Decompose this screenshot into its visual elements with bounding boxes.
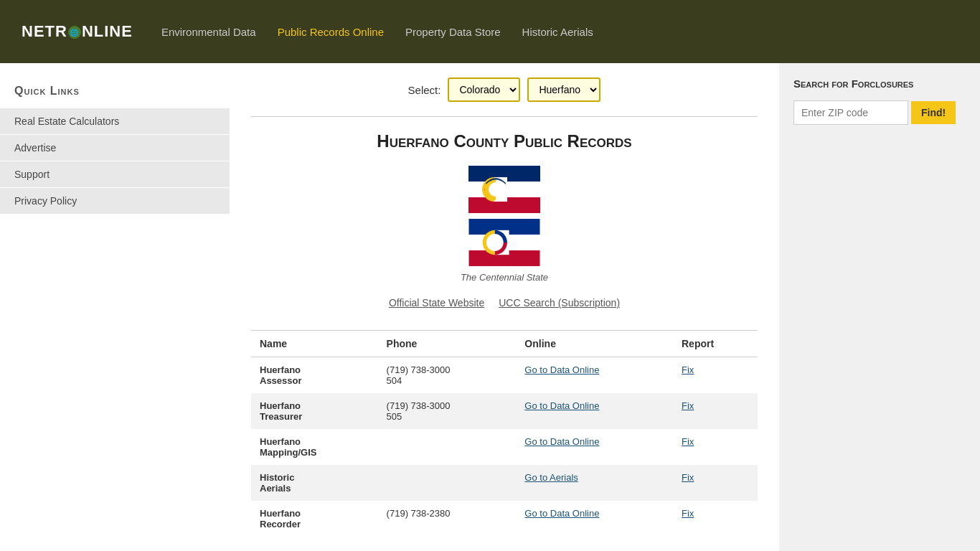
cell-phone: (719) 738-2380 — [378, 501, 517, 537]
col-report: Report — [673, 331, 758, 357]
cell-online[interactable]: Go to Aerials — [516, 465, 673, 501]
cell-phone — [378, 429, 517, 465]
cell-name: HuerfanoTreasurer — [251, 393, 378, 429]
sidebar-item-support[interactable]: Support — [0, 161, 230, 188]
nav-public-records[interactable]: Public Records Online — [278, 26, 384, 38]
sidebar-item-real-estate[interactable]: Real Estate Calculators — [0, 108, 230, 135]
logo[interactable]: NETR 🌐 NLINE — [22, 22, 133, 41]
zip-input[interactable] — [793, 100, 908, 125]
find-button[interactable]: Find! — [911, 101, 956, 124]
cell-report[interactable]: Fix — [673, 429, 758, 465]
cell-online[interactable]: Go to Data Online — [516, 393, 673, 429]
col-online: Online — [516, 331, 673, 357]
foreclosure-title: Search for Forclosures — [793, 77, 966, 90]
online-link[interactable]: Go to Data Online — [524, 436, 599, 447]
state-select[interactable]: Colorado — [448, 77, 520, 102]
cell-phone: (719) 738-3000504 — [378, 357, 517, 394]
table-row: HuerfanoAssessor (719) 738-3000504 Go to… — [251, 357, 758, 394]
cell-name: HuerfanoRecorder — [251, 501, 378, 537]
table-header-row: Name Phone Online Report — [251, 331, 758, 357]
state-links: Official State Website UCC Search (Subsc… — [251, 297, 758, 309]
online-link[interactable]: Go to Aerials — [524, 472, 578, 483]
header: NETR 🌐 NLINE Environmental Data Public R… — [0, 0, 980, 63]
select-bar: Select: Colorado Huerfano — [251, 77, 758, 102]
nav-historic-aerials[interactable]: Historic Aerials — [522, 26, 593, 38]
main-wrapper: Quick Links Real Estate Calculators Adve… — [0, 63, 980, 551]
report-link[interactable]: Fix — [682, 364, 694, 375]
report-link[interactable]: Fix — [682, 472, 694, 483]
cell-report[interactable]: Fix — [673, 501, 758, 537]
county-title: Huerfano County Public Records — [251, 131, 758, 151]
globe-icon: 🌐 — [68, 26, 81, 39]
cell-report[interactable]: Fix — [673, 393, 758, 429]
cell-report[interactable]: Fix — [673, 465, 758, 501]
cell-phone: (719) 738-3000505 — [378, 393, 517, 429]
nav-property-data[interactable]: Property Data Store — [405, 26, 501, 38]
select-label: Select: — [408, 84, 441, 96]
county-section: Huerfano County Public Records — [251, 116, 758, 537]
cell-name: HistoricAerials — [251, 465, 378, 501]
main-nav: Environmental Data Public Records Online… — [161, 26, 593, 38]
svg-rect-16 — [496, 179, 507, 200]
cell-name: HuerfanoAssessor — [251, 357, 378, 394]
sidebar-title: Quick Links — [0, 77, 230, 108]
state-caption: The Centennial State — [251, 272, 758, 283]
ucc-search-link[interactable]: UCC Search (Subscription) — [499, 297, 620, 309]
cell-online[interactable]: Go to Data Online — [516, 429, 673, 465]
online-link[interactable]: Go to Data Online — [524, 508, 599, 519]
table-row: HuerfanoTreasurer (719) 738-3000505 Go t… — [251, 393, 758, 429]
records-table: Name Phone Online Report HuerfanoAssesso… — [251, 330, 758, 537]
table-row: HuerfanoMapping/GIS Go to Data Online Fi… — [251, 429, 758, 465]
cell-online[interactable]: Go to Data Online — [516, 357, 673, 394]
cell-report[interactable]: Fix — [673, 357, 758, 394]
sidebar-item-privacy[interactable]: Privacy Policy — [0, 188, 230, 215]
county-select[interactable]: Huerfano — [527, 77, 600, 102]
sidebar: Quick Links Real Estate Calculators Adve… — [0, 63, 230, 551]
report-link[interactable]: Fix — [682, 400, 694, 411]
report-link[interactable]: Fix — [682, 508, 694, 519]
online-link[interactable]: Go to Data Online — [524, 400, 599, 411]
online-link[interactable]: Go to Data Online — [524, 364, 599, 375]
sidebar-item-advertise[interactable]: Advertise — [0, 135, 230, 161]
col-phone: Phone — [378, 331, 517, 357]
content: Select: Colorado Huerfano Huerfano Count… — [230, 63, 779, 551]
nav-environmental-data[interactable]: Environmental Data — [161, 26, 256, 38]
right-sidebar: Search for Forclosures Find! — [779, 63, 980, 551]
cell-online[interactable]: Go to Data Online — [516, 501, 673, 537]
cell-name: HuerfanoMapping/GIS — [251, 429, 378, 465]
report-link[interactable]: Fix — [682, 436, 694, 447]
colorado-flag-clean — [468, 219, 540, 266]
cell-phone — [378, 465, 517, 501]
table-row: HuerfanoRecorder (719) 738-2380 Go to Da… — [251, 501, 758, 537]
table-row: HistoricAerials Go to Aerials Fix — [251, 465, 758, 501]
official-state-website-link[interactable]: Official State Website — [389, 297, 484, 309]
col-name: Name — [251, 331, 378, 357]
colorado-flag — [468, 166, 540, 213]
